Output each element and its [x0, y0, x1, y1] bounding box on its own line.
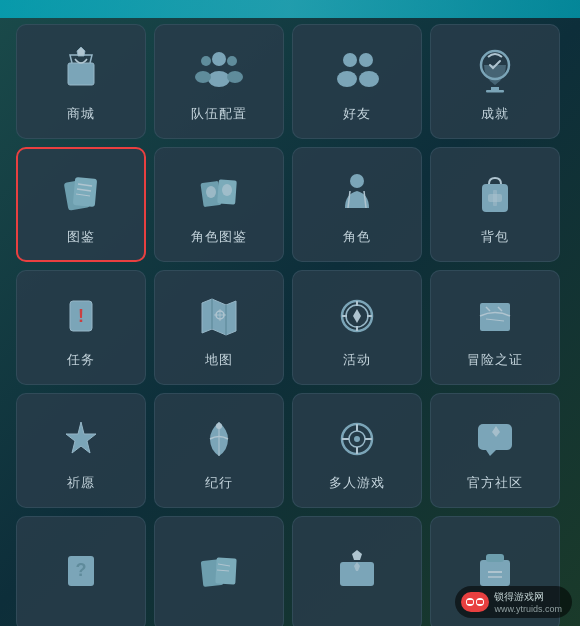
extra3-icon: [328, 542, 386, 600]
compendium-label: 图鉴: [67, 228, 95, 246]
multiplayer-label: 多人游戏: [329, 474, 385, 492]
shop-label: 商城: [67, 105, 95, 123]
svg-point-11: [359, 71, 379, 87]
wish-label: 祈愿: [67, 474, 95, 492]
watermark-url: www.ytruids.com: [494, 604, 562, 614]
shop-icon: [52, 41, 110, 99]
activity-label: 活动: [343, 351, 371, 369]
chronicle-icon: [190, 410, 248, 468]
char-compendium-item[interactable]: 角色图鉴: [154, 147, 284, 262]
svg-rect-33: [480, 303, 510, 331]
watermark-logo: [461, 592, 489, 612]
map-label: 地图: [205, 351, 233, 369]
adventure-label: 冒险之证: [467, 351, 523, 369]
svg-point-38: [354, 436, 360, 442]
svg-text:!: !: [78, 306, 84, 326]
watermark-site: 锁得游戏网: [494, 590, 562, 604]
community-icon: [466, 410, 524, 468]
wish-icon: [52, 410, 110, 468]
extra1-item[interactable]: ?: [16, 516, 146, 626]
svg-rect-58: [477, 600, 483, 604]
character-item[interactable]: 角色: [292, 147, 422, 262]
svg-point-8: [343, 53, 357, 67]
svg-marker-1: [77, 47, 85, 56]
svg-point-5: [195, 71, 211, 83]
character-label: 角色: [343, 228, 371, 246]
svg-marker-40: [486, 450, 496, 456]
svg-point-4: [201, 56, 211, 66]
extra3-item[interactable]: [292, 516, 422, 626]
wish-item[interactable]: 祈愿: [16, 393, 146, 508]
map-item[interactable]: 地图: [154, 270, 284, 385]
svg-rect-57: [467, 600, 473, 604]
community-label: 官方社区: [467, 474, 523, 492]
extra1-icon: ?: [52, 542, 110, 600]
svg-point-6: [227, 56, 237, 66]
achievements-label: 成就: [481, 105, 509, 123]
svg-rect-52: [486, 554, 504, 562]
backpack-icon: [466, 164, 524, 222]
compendium-icon: [52, 164, 110, 222]
shop-item[interactable]: 商城: [16, 24, 146, 139]
extra2-icon: [190, 542, 248, 600]
adventure-icon: [466, 287, 524, 345]
svg-rect-27: [493, 190, 497, 206]
quest-icon: !: [52, 287, 110, 345]
svg-point-2: [212, 52, 226, 66]
quest-label: 任务: [67, 351, 95, 369]
watermark: 锁得游戏网 www.ytruids.com: [455, 586, 572, 618]
activity-icon: [328, 287, 386, 345]
backpack-label: 背包: [481, 228, 509, 246]
svg-point-24: [350, 174, 364, 188]
friends-icon: [328, 41, 386, 99]
team-icon: [190, 41, 248, 99]
compendium-item[interactable]: 图鉴: [16, 147, 146, 262]
achievements-item[interactable]: 成就: [430, 24, 560, 139]
multiplayer-icon: [328, 410, 386, 468]
adventure-item[interactable]: 冒险之证: [430, 270, 560, 385]
chronicle-item[interactable]: 纪行: [154, 393, 284, 508]
extra2-item[interactable]: [154, 516, 284, 626]
svg-rect-0: [68, 63, 94, 85]
quest-item[interactable]: ! 任务: [16, 270, 146, 385]
friends-item[interactable]: 好友: [292, 24, 422, 139]
svg-point-7: [227, 71, 243, 83]
svg-point-22: [206, 186, 216, 198]
char-compendium-label: 角色图鉴: [191, 228, 247, 246]
svg-marker-49: [352, 550, 362, 560]
multiplayer-item[interactable]: 多人游戏: [292, 393, 422, 508]
achievements-icon: [466, 41, 524, 99]
map-icon: [190, 287, 248, 345]
backpack-item[interactable]: 背包: [430, 147, 560, 262]
activity-item[interactable]: 活动: [292, 270, 422, 385]
svg-point-9: [337, 71, 357, 87]
svg-rect-14: [486, 90, 504, 93]
team-item[interactable]: 队伍配置: [154, 24, 284, 139]
svg-point-10: [359, 53, 373, 67]
character-icon: [328, 164, 386, 222]
community-item[interactable]: 官方社区: [430, 393, 560, 508]
svg-rect-16: [73, 177, 97, 207]
svg-point-3: [208, 71, 230, 87]
svg-point-23: [222, 184, 232, 196]
team-label: 队伍配置: [191, 105, 247, 123]
friends-label: 好友: [343, 105, 371, 123]
chronicle-label: 纪行: [205, 474, 233, 492]
svg-text:?: ?: [76, 560, 87, 580]
char-compendium-icon: [190, 164, 248, 222]
svg-marker-34: [66, 422, 96, 453]
